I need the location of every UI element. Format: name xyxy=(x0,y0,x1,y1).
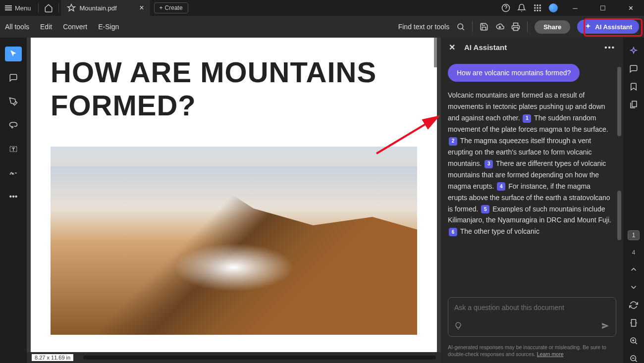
titlebar: Menu Mountain.pdf × + Create ─ ☐ ✕ xyxy=(0,0,644,16)
learn-more-link[interactable]: Learn more xyxy=(537,351,564,357)
ai-sparkle-icon[interactable] xyxy=(629,47,638,55)
ai-disclaimer: AI-generated responses may be inaccurate… xyxy=(441,342,623,363)
vertical-scrollbar[interactable] xyxy=(434,38,437,67)
send-icon[interactable] xyxy=(601,321,610,330)
help-icon[interactable] xyxy=(501,3,510,12)
globe-icon[interactable] xyxy=(549,3,558,12)
ask-input-box[interactable] xyxy=(448,297,616,337)
rotate-icon[interactable] xyxy=(629,301,638,310)
sparkle-icon xyxy=(584,23,592,31)
annotation-arrow xyxy=(376,114,446,156)
citation-3[interactable]: 3 xyxy=(484,160,493,168)
zoom-out-icon[interactable] xyxy=(629,354,638,363)
divider xyxy=(58,3,59,13)
total-pages: 4 xyxy=(632,249,636,256)
signature-icon xyxy=(9,168,18,177)
textbox-icon xyxy=(9,145,18,154)
svg-rect-7 xyxy=(534,10,536,11)
chevron-up-icon[interactable] xyxy=(629,265,638,274)
cursor-icon xyxy=(9,50,18,58)
search-icon[interactable] xyxy=(456,22,465,31)
document-heading: HOW ARE MOUNTAINS FORMED? xyxy=(51,55,417,122)
svg-rect-6 xyxy=(539,7,541,9)
close-tab-icon[interactable]: × xyxy=(139,3,144,12)
left-toolbar: ••• xyxy=(0,38,27,363)
more-tools[interactable]: ••• xyxy=(5,189,22,204)
cloud-icon[interactable] xyxy=(495,22,504,31)
select-tool[interactable] xyxy=(5,47,22,61)
find-label: Find text or tools xyxy=(398,23,450,31)
page-dimensions: 8.27 x 11.69 in xyxy=(32,354,73,361)
all-tools-button[interactable]: All tools xyxy=(5,23,29,31)
titlebar-right: ─ ☐ ✕ xyxy=(501,0,644,16)
convert-button[interactable]: Convert xyxy=(63,23,87,31)
chat-icon[interactable] xyxy=(629,64,638,73)
svg-rect-5 xyxy=(537,7,538,9)
citation-1[interactable]: 1 xyxy=(523,114,531,123)
ai-assistant-button[interactable]: AI Assistant xyxy=(577,20,639,34)
tab-title: Mountain.pdf xyxy=(80,4,117,12)
svg-point-10 xyxy=(458,24,463,29)
panel-header: ✕ AI Assistant ••• xyxy=(441,38,623,57)
ask-input[interactable] xyxy=(454,304,610,311)
chat-body: How are volcanic mountains formed? Volca… xyxy=(441,57,623,292)
document-tab[interactable]: Mountain.pdf × xyxy=(61,0,150,16)
svg-rect-3 xyxy=(539,4,541,6)
svg-line-17 xyxy=(376,116,438,154)
maximize-button[interactable]: ☐ xyxy=(592,0,613,16)
close-panel-icon[interactable]: ✕ xyxy=(449,43,455,52)
apps-icon[interactable] xyxy=(533,3,542,12)
edit-button[interactable]: Edit xyxy=(40,23,52,31)
bookmark-icon[interactable] xyxy=(629,82,638,91)
divider xyxy=(38,3,39,13)
page-width-icon[interactable] xyxy=(629,318,638,327)
zoom-in-icon[interactable] xyxy=(629,336,638,345)
svg-rect-9 xyxy=(539,10,541,11)
chevron-down-icon[interactable] xyxy=(629,283,638,292)
star-icon xyxy=(67,3,76,12)
draw-tool[interactable] xyxy=(5,118,22,133)
toolbar: All tools Edit Convert E-Sign Find text … xyxy=(0,16,644,38)
save-icon[interactable] xyxy=(480,22,488,31)
panel-scrollbar[interactable] xyxy=(617,67,621,136)
bell-icon[interactable] xyxy=(517,3,526,12)
document-image xyxy=(51,147,417,335)
lasso-icon xyxy=(9,121,18,130)
current-page-indicator[interactable]: 1 xyxy=(628,230,640,240)
divider xyxy=(527,21,528,32)
ellipsis-icon: ••• xyxy=(9,192,18,201)
esign-button[interactable]: E-Sign xyxy=(98,23,119,31)
comment-tool[interactable] xyxy=(5,70,22,85)
citation-6[interactable]: 6 xyxy=(449,228,457,236)
panel-more-icon[interactable]: ••• xyxy=(604,43,615,52)
pdf-page[interactable]: HOW ARE MOUNTAINS FORMED? xyxy=(31,38,437,352)
marker-icon xyxy=(9,97,18,106)
svg-rect-4 xyxy=(534,7,536,9)
user-question-chip[interactable]: How are volcanic mountains formed? xyxy=(448,64,580,82)
pages-icon[interactable] xyxy=(629,100,638,109)
comment-icon xyxy=(9,73,18,82)
citation-5[interactable]: 5 xyxy=(481,205,489,213)
ai-answer-text: Volcanic mountains are formed as a resul… xyxy=(448,90,623,237)
home-button[interactable] xyxy=(41,3,56,12)
panel-title: AI Assistant xyxy=(464,43,507,52)
plus-icon: + xyxy=(160,4,163,11)
share-button[interactable]: Share xyxy=(535,20,570,34)
citation-4[interactable]: 4 xyxy=(497,182,505,191)
divider xyxy=(472,21,473,32)
close-window-button[interactable]: ✕ xyxy=(620,0,641,16)
horizontal-scrollbar[interactable] xyxy=(83,356,436,360)
create-button[interactable]: + Create xyxy=(154,2,188,13)
highlight-tool[interactable] xyxy=(5,94,22,109)
citation-2[interactable]: 2 xyxy=(449,137,457,146)
text-tool[interactable] xyxy=(5,142,22,156)
svg-rect-14 xyxy=(632,319,636,326)
menu-button[interactable]: Menu xyxy=(0,4,36,12)
menu-label: Menu xyxy=(15,4,31,12)
minimize-button[interactable]: ─ xyxy=(565,0,586,16)
chat-input-area xyxy=(441,292,623,342)
answer-scrollbar[interactable] xyxy=(617,191,621,240)
lightbulb-icon[interactable] xyxy=(454,322,462,330)
sign-tool[interactable] xyxy=(5,165,22,180)
print-icon[interactable] xyxy=(511,22,520,31)
